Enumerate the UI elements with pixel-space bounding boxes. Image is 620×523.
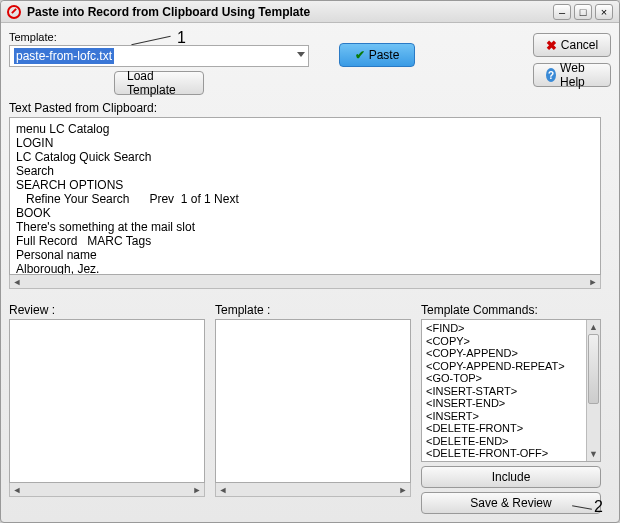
save-review-button[interactable]: Save & Review bbox=[421, 492, 601, 514]
commands-vscrollbar[interactable]: ▲ ▼ bbox=[586, 320, 600, 461]
command-item[interactable]: <FIND> bbox=[426, 322, 596, 335]
scroll-left-icon[interactable]: ◄ bbox=[10, 276, 24, 288]
template-hscrollbar[interactable]: ◄ ► bbox=[215, 483, 411, 497]
paste-button[interactable]: ✔ Paste bbox=[339, 43, 415, 67]
commands-listbox[interactable]: <FIND><COPY><COPY-APPEND><COPY-APPEND-RE… bbox=[421, 319, 601, 462]
scroll-down-icon[interactable]: ▼ bbox=[587, 447, 600, 461]
command-item[interactable]: <COPY-APPEND> bbox=[426, 347, 596, 360]
command-item[interactable]: <COPY-APPEND-REPEAT> bbox=[426, 360, 596, 373]
web-help-button[interactable]: ? Web Help bbox=[533, 63, 611, 87]
help-icon: ? bbox=[546, 68, 556, 82]
template-value: paste-from-lofc.txt bbox=[14, 48, 114, 64]
command-item[interactable]: <DELETE-END> bbox=[426, 435, 596, 448]
template-panel-label: Template : bbox=[215, 303, 411, 317]
x-icon: ✖ bbox=[546, 38, 557, 53]
template-label: Template: bbox=[9, 31, 309, 43]
scroll-left-icon[interactable]: ◄ bbox=[10, 484, 24, 496]
command-item[interactable]: <DELETE-FRONT> bbox=[426, 422, 596, 435]
window-title: Paste into Record from Clipboard Using T… bbox=[27, 5, 550, 19]
template-box[interactable] bbox=[215, 319, 411, 483]
template-combobox[interactable]: paste-from-lofc.txt bbox=[9, 45, 309, 67]
scroll-right-icon[interactable]: ► bbox=[586, 276, 600, 288]
cancel-button[interactable]: ✖ Cancel bbox=[533, 33, 611, 57]
dialog-content: 1 Template: paste-from-lofc.txt Load Tem… bbox=[1, 23, 619, 522]
clipboard-text-area[interactable]: menu LC Catalog LOGIN LC Catalog Quick S… bbox=[9, 117, 601, 275]
command-item[interactable]: <COPY> bbox=[426, 335, 596, 348]
clipboard-label: Text Pasted from Clipboard: bbox=[9, 101, 611, 115]
scroll-up-icon[interactable]: ▲ bbox=[587, 320, 600, 334]
review-hscrollbar[interactable]: ◄ ► bbox=[9, 483, 205, 497]
scroll-thumb[interactable] bbox=[588, 334, 599, 404]
command-item[interactable]: <INSERT> bbox=[426, 410, 596, 423]
chevron-down-icon bbox=[297, 52, 305, 57]
load-template-button[interactable]: Load Template bbox=[114, 71, 204, 95]
titlebar: Paste into Record from Clipboard Using T… bbox=[1, 1, 619, 23]
close-button[interactable]: × bbox=[595, 4, 613, 20]
review-label: Review : bbox=[9, 303, 205, 317]
scroll-right-icon[interactable]: ► bbox=[396, 484, 410, 496]
scroll-left-icon[interactable]: ◄ bbox=[216, 484, 230, 496]
review-box[interactable] bbox=[9, 319, 205, 483]
include-button[interactable]: Include bbox=[421, 466, 601, 488]
maximize-button[interactable]: □ bbox=[574, 4, 592, 20]
minimize-button[interactable]: – bbox=[553, 4, 571, 20]
command-item[interactable]: <INSERT-START> bbox=[426, 385, 596, 398]
scroll-right-icon[interactable]: ► bbox=[190, 484, 204, 496]
clipboard-hscrollbar[interactable]: ◄ ► bbox=[9, 275, 601, 289]
command-item[interactable]: <DELETE-FRONT-OFF> bbox=[426, 447, 596, 460]
check-icon: ✔ bbox=[355, 48, 365, 62]
command-item[interactable]: <DELETE-END-OFF> bbox=[426, 460, 596, 462]
commands-label: Template Commands: bbox=[421, 303, 601, 317]
command-item[interactable]: <GO-TOP> bbox=[426, 372, 596, 385]
command-item[interactable]: <INSERT-END> bbox=[426, 397, 596, 410]
dialog-window: Paste into Record from Clipboard Using T… bbox=[0, 0, 620, 523]
app-icon bbox=[7, 5, 21, 19]
